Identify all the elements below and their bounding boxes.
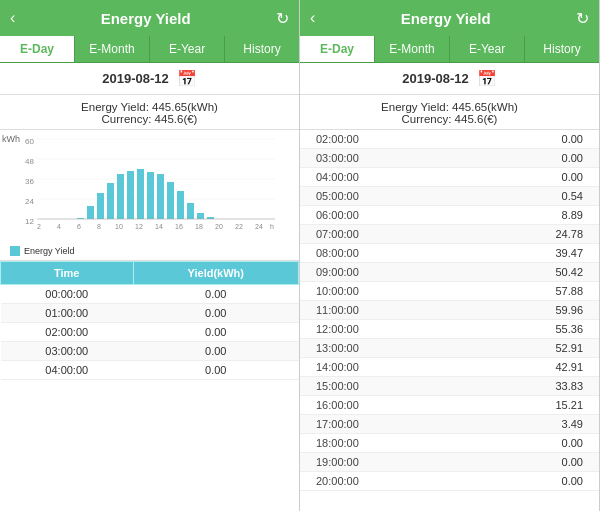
list-item: 07:00:0024.78 <box>300 225 599 244</box>
left-tab-emonth[interactable]: E-Month <box>75 36 150 62</box>
svg-rect-11 <box>87 206 94 219</box>
list-value: 0.00 <box>562 133 583 145</box>
left-date: 2019-08-12 <box>102 71 169 86</box>
list-value: 39.47 <box>555 247 583 259</box>
list-item: 09:00:0050.42 <box>300 263 599 282</box>
svg-rect-14 <box>117 174 124 219</box>
svg-rect-23 <box>207 217 214 219</box>
svg-text:48: 48 <box>25 157 34 166</box>
list-item: 18:00:000.00 <box>300 434 599 453</box>
right-tab-eday[interactable]: E-Day <box>300 36 375 62</box>
svg-rect-18 <box>157 174 164 219</box>
left-panel: ‹ Energy Yield ↻ E-Day E-Month E-Year Hi… <box>0 0 300 511</box>
left-tabs: E-Day E-Month E-Year History <box>0 36 299 63</box>
list-time: 16:00:00 <box>316 399 359 411</box>
list-value: 0.54 <box>562 190 583 202</box>
left-chart: kWh 60 48 36 24 12 <box>0 130 299 261</box>
table-row: 01:00:000.00 <box>1 304 299 323</box>
svg-text:6: 6 <box>77 223 81 230</box>
list-item: 19:00:000.00 <box>300 453 599 472</box>
left-chart-svg: 60 48 36 24 12 <box>15 134 285 244</box>
left-refresh-icon[interactable]: ↻ <box>276 9 289 28</box>
left-header: ‹ Energy Yield ↻ <box>0 0 299 36</box>
list-time: 14:00:00 <box>316 361 359 373</box>
svg-text:36: 36 <box>25 177 34 186</box>
svg-text:22: 22 <box>235 223 243 230</box>
list-time: 19:00:00 <box>316 456 359 468</box>
list-value: 52.91 <box>555 342 583 354</box>
list-time: 06:00:00 <box>316 209 359 221</box>
left-tab-eyear[interactable]: E-Year <box>150 36 225 62</box>
list-item: 03:00:000.00 <box>300 149 599 168</box>
svg-text:8: 8 <box>97 223 101 230</box>
list-value: 33.83 <box>555 380 583 392</box>
svg-text:60: 60 <box>25 137 34 146</box>
left-tab-eday[interactable]: E-Day <box>0 36 75 62</box>
list-value: 0.00 <box>562 437 583 449</box>
list-item: 04:00:000.00 <box>300 168 599 187</box>
list-time: 03:00:00 <box>316 152 359 164</box>
right-summary: Energy Yield: 445.65(kWh) Currency: 445.… <box>300 95 599 130</box>
left-data-table: Time Yield(kWh) 00:00:000.0001:00:000.00… <box>0 261 299 511</box>
left-summary: Energy Yield: 445.65(kWh) Currency: 445.… <box>0 95 299 130</box>
list-value: 55.36 <box>555 323 583 335</box>
right-date-row: 2019-08-12 📅 <box>300 63 599 95</box>
list-item: 05:00:000.54 <box>300 187 599 206</box>
svg-text:20: 20 <box>215 223 223 230</box>
svg-rect-15 <box>127 171 134 219</box>
svg-text:4: 4 <box>57 223 61 230</box>
list-value: 42.91 <box>555 361 583 373</box>
table-row: 03:00:000.00 <box>1 342 299 361</box>
list-time: 11:00:00 <box>316 304 359 316</box>
left-date-row: 2019-08-12 📅 <box>0 63 299 95</box>
right-tabs: E-Day E-Month E-Year History <box>300 36 599 63</box>
list-item: 14:00:0042.91 <box>300 358 599 377</box>
list-item: 13:00:0052.91 <box>300 339 599 358</box>
list-value: 57.88 <box>555 285 583 297</box>
left-title: Energy Yield <box>15 10 276 27</box>
table-row: 04:00:000.00 <box>1 361 299 380</box>
right-tab-history[interactable]: History <box>525 36 599 62</box>
left-chart-legend: Energy Yield <box>6 244 293 258</box>
svg-text:10: 10 <box>115 223 123 230</box>
list-time: 07:00:00 <box>316 228 359 240</box>
list-item: 20:00:000.00 <box>300 472 599 491</box>
list-time: 20:00:00 <box>316 475 359 487</box>
svg-rect-19 <box>167 182 174 219</box>
list-item: 16:00:0015.21 <box>300 396 599 415</box>
right-data-list: 02:00:000.0003:00:000.0004:00:000.0005:0… <box>300 130 599 511</box>
svg-rect-22 <box>197 213 204 219</box>
right-refresh-icon[interactable]: ↻ <box>576 9 589 28</box>
left-summary-line1: Energy Yield: 445.65(kWh) <box>4 101 295 113</box>
list-time: 05:00:00 <box>316 190 359 202</box>
left-legend-label: Energy Yield <box>24 246 75 256</box>
svg-text:24: 24 <box>255 223 263 230</box>
left-chart-ylabel: kWh <box>2 134 20 144</box>
list-time: 09:00:00 <box>316 266 359 278</box>
list-time: 08:00:00 <box>316 247 359 259</box>
right-summary-line1: Energy Yield: 445.65(kWh) <box>304 101 595 113</box>
svg-rect-16 <box>137 169 144 219</box>
table-row: 00:00:000.00 <box>1 285 299 304</box>
left-tab-history[interactable]: History <box>225 36 299 62</box>
right-date: 2019-08-12 <box>402 71 469 86</box>
list-time: 12:00:00 <box>316 323 359 335</box>
list-value: 0.00 <box>562 171 583 183</box>
svg-rect-12 <box>97 193 104 219</box>
list-time: 10:00:00 <box>316 285 359 297</box>
left-col-yield: Yield(kWh) <box>133 262 298 285</box>
svg-rect-17 <box>147 172 154 219</box>
svg-rect-21 <box>187 203 194 219</box>
right-tab-eyear[interactable]: E-Year <box>450 36 525 62</box>
list-value: 8.89 <box>562 209 583 221</box>
svg-text:14: 14 <box>155 223 163 230</box>
list-item: 06:00:008.89 <box>300 206 599 225</box>
right-tab-emonth[interactable]: E-Month <box>375 36 450 62</box>
svg-rect-20 <box>177 191 184 219</box>
left-calendar-icon[interactable]: 📅 <box>177 69 197 88</box>
list-value: 50.42 <box>555 266 583 278</box>
list-value: 3.49 <box>562 418 583 430</box>
left-col-time: Time <box>1 262 134 285</box>
right-calendar-icon[interactable]: 📅 <box>477 69 497 88</box>
list-item: 02:00:000.00 <box>300 130 599 149</box>
